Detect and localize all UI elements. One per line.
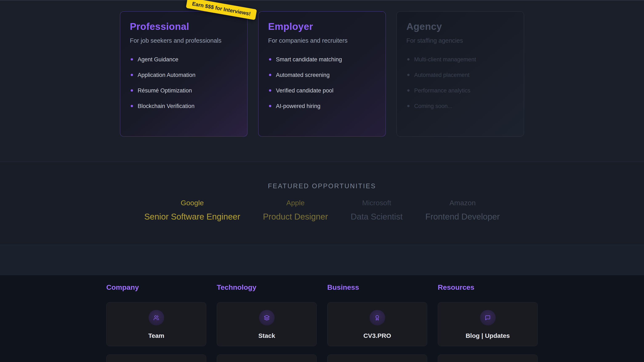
footer-card-stack[interactable]: Stack	[217, 302, 317, 346]
footer-column-company: Company Team	[106, 283, 206, 362]
footer-card-partial[interactable]	[438, 355, 538, 362]
footer-card-label: Stack	[258, 332, 275, 339]
bullet-dot-icon	[131, 105, 133, 107]
footer-grid: Company Team Technology Stack	[106, 283, 538, 362]
footer-column-resources: Resources Blog | Updates	[438, 283, 538, 362]
plan-feature-list: Smart candidate matching Automated scree…	[268, 56, 376, 119]
bullet-dot-icon	[131, 74, 133, 76]
plan-feature: Multi-client management	[406, 56, 514, 72]
footer-card-partial[interactable]	[217, 355, 317, 362]
footer-card-blog[interactable]: Blog | Updates	[438, 302, 538, 346]
footer-card-team[interactable]: Team	[106, 302, 206, 346]
featured-heading: FEATURED OPPORTUNITIES	[0, 162, 644, 190]
featured-job: Apple Product Designer	[263, 199, 328, 221]
footer-card-partial[interactable]	[327, 355, 427, 362]
plan-feature: Performance analytics	[406, 87, 514, 103]
footer-section: Company Team Technology Stack	[0, 275, 644, 362]
footer-heading: Technology	[217, 283, 317, 291]
landing-page: Earn $$$ for Interviews! Professional Fo…	[0, 0, 644, 362]
bullet-dot-icon	[407, 58, 410, 60]
plan-feature: Agent Guidance	[130, 56, 238, 72]
job-company: Microsoft	[362, 199, 391, 207]
footer-heading: Business	[327, 283, 427, 291]
plan-feature-list: Agent Guidance Application Automation Ré…	[130, 56, 238, 119]
featured-job: Microsoft Data Scientist	[350, 199, 402, 221]
footer-card-partial[interactable]	[106, 355, 206, 362]
plan-feature: Coming soon...	[406, 103, 514, 119]
plan-title: Agency	[406, 21, 514, 32]
bullet-dot-icon	[269, 74, 271, 76]
plan-feature: Verified candidate pool	[268, 87, 376, 103]
plan-title: Employer	[268, 21, 376, 32]
footer-column-business: Business CV3.PRO	[327, 283, 427, 362]
job-title: Data Scientist	[350, 212, 402, 221]
footer-card-cv3pro[interactable]: CV3.PRO	[327, 302, 427, 346]
footer-card-label: CV3.PRO	[364, 332, 391, 339]
featured-jobs-row: Google Senior Software Engineer Apple Pr…	[0, 199, 644, 221]
plan-cards-row: Professional For job seekers and profess…	[0, 0, 644, 137]
bullet-dot-icon	[131, 58, 133, 60]
job-company: Amazon	[449, 199, 476, 207]
plan-card-professional[interactable]: Professional For job seekers and profess…	[120, 11, 248, 137]
featured-job: Amazon Frontend Developer	[425, 199, 500, 221]
featured-job: Google Senior Software Engineer	[144, 199, 240, 221]
users-icon	[148, 310, 164, 326]
bullet-dot-icon	[131, 89, 133, 92]
plan-subtitle: For staffing agencies	[406, 37, 514, 44]
bullet-dot-icon	[407, 89, 410, 92]
footer-card-label: Team	[148, 332, 164, 339]
spacer-band	[0, 245, 644, 275]
footer-heading: Company	[106, 283, 206, 291]
layers-icon	[259, 310, 275, 326]
plan-subtitle: For companies and recruiters	[268, 37, 376, 44]
job-title: Senior Software Engineer	[144, 212, 240, 221]
plan-feature-list: Multi-client management Automated placem…	[406, 56, 514, 119]
plan-feature: Automated placement	[406, 72, 514, 87]
job-title: Product Designer	[263, 212, 328, 221]
plan-card-agency: Agency For staffing agencies Multi-clien…	[396, 11, 524, 137]
plan-subtitle: For job seekers and professionals	[130, 37, 238, 44]
plan-feature: Application Automation	[130, 72, 238, 87]
footer-column-technology: Technology Stack	[217, 283, 317, 362]
plan-title: Professional	[130, 21, 238, 32]
job-company: Google	[180, 199, 204, 207]
plan-card-employer[interactable]: Employer For companies and recruiters Sm…	[258, 11, 386, 137]
bullet-dot-icon	[407, 74, 410, 76]
message-square-icon	[480, 310, 496, 326]
job-title: Frontend Developer	[425, 212, 500, 221]
plan-feature: Résumé Optimization	[130, 87, 238, 103]
bullet-dot-icon	[269, 89, 271, 92]
plans-section: Earn $$$ for Interviews! Professional Fo…	[0, 0, 644, 162]
job-company: Apple	[286, 199, 304, 207]
bullet-dot-icon	[407, 105, 410, 107]
bullet-dot-icon	[269, 58, 271, 60]
plan-feature: Blockchain Verification	[130, 103, 238, 119]
plan-feature: Smart candidate matching	[268, 56, 376, 72]
featured-opportunities-section: FEATURED OPPORTUNITIES Google Senior Sof…	[0, 162, 644, 245]
footer-heading: Resources	[438, 283, 538, 291]
award-icon	[370, 310, 385, 326]
bullet-dot-icon	[269, 105, 271, 107]
plan-feature: AI-powered hiring	[268, 103, 376, 119]
footer-card-label: Blog | Updates	[466, 332, 510, 339]
plan-feature: Automated screening	[268, 72, 376, 87]
